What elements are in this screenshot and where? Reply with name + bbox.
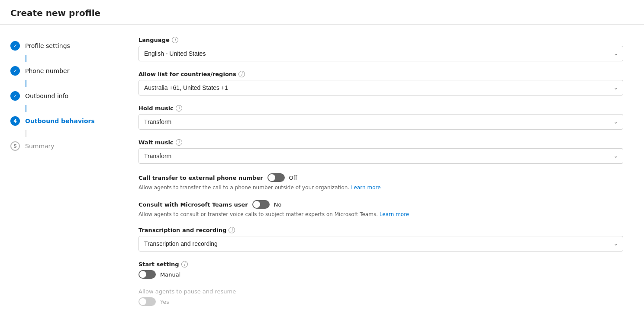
- checkmark-icon-2: ✓: [13, 68, 17, 74]
- sidebar-label-summary: Summary: [25, 143, 55, 150]
- sidebar-label-outbound-behaviors: Outbound behaviors: [25, 118, 95, 124]
- checkmark-icon: ✓: [13, 43, 17, 49]
- step-circle-outbound-info: ✓: [10, 91, 20, 101]
- sidebar-item-summary[interactable]: 5 Summary: [10, 137, 121, 155]
- page-title: Create new profile: [10, 8, 634, 18]
- start-setting-value: Manual: [160, 271, 180, 278]
- wait-music-info-icon[interactable]: i: [176, 139, 182, 146]
- hold-music-label: Hold music i: [138, 105, 627, 111]
- allow-list-select[interactable]: Australia +61, United States +1: [138, 80, 623, 96]
- hold-music-select[interactable]: Transform Default None: [138, 114, 623, 130]
- start-setting-group: Start setting i Manual: [138, 261, 627, 279]
- allow-list-info-icon[interactable]: i: [238, 71, 245, 77]
- hold-music-select-wrapper: Transform Default None ⌄: [138, 114, 623, 130]
- language-info-icon[interactable]: i: [172, 37, 178, 43]
- sidebar-item-phone-number[interactable]: ✓ Phone number: [10, 62, 121, 80]
- connector-2: [26, 80, 26, 87]
- sidebar: ✓ Profile settings ✓ Phone number ✓ Outb…: [0, 25, 121, 312]
- start-setting-label: Start setting i: [138, 261, 627, 267]
- sidebar-item-outbound-info[interactable]: ✓ Outbound info: [10, 87, 121, 105]
- call-transfer-learn-more-link[interactable]: Learn more: [351, 185, 380, 191]
- layout: ✓ Profile settings ✓ Phone number ✓ Outb…: [0, 25, 644, 312]
- allow-pause-toggle-row: Yes: [138, 297, 627, 306]
- start-setting-slider: [138, 270, 156, 279]
- consult-teams-slider: [252, 200, 270, 209]
- allow-list-group: Allow list for countries/regions i Austr…: [138, 71, 627, 96]
- language-group: Language i English - United States Engli…: [138, 37, 627, 61]
- wait-music-select-wrapper: Transform Default None ⌄: [138, 148, 623, 164]
- consult-teams-helper: Allow agents to consult or transfer voic…: [138, 211, 485, 217]
- allow-pause-slider: [138, 297, 156, 306]
- call-transfer-toggle-row: Call transfer to external phone number O…: [138, 173, 627, 182]
- sidebar-label-phone-number: Phone number: [25, 67, 69, 74]
- step-circle-summary: 5: [10, 141, 20, 151]
- consult-teams-toggle-row: Consult with Microsoft Teams user No: [138, 200, 627, 209]
- sidebar-label-outbound-info: Outbound info: [25, 92, 68, 99]
- transcription-select-wrapper: Transcription and recording Transcriptio…: [138, 236, 623, 252]
- transcription-group: Transcription and recording i Transcript…: [138, 227, 627, 252]
- call-transfer-state: Off: [289, 175, 297, 181]
- language-select[interactable]: English - United States English - UK Fre…: [138, 46, 623, 61]
- consult-teams-state: No: [274, 201, 282, 208]
- page-header: Create new profile: [0, 0, 644, 25]
- allow-pause-label: Allow agents to pause and resume: [138, 288, 485, 295]
- start-setting-toggle-row: Manual: [138, 270, 627, 279]
- allow-list-label: Allow list for countries/regions i: [138, 71, 627, 77]
- connector-3: [26, 105, 26, 112]
- wait-music-label: Wait music i: [138, 139, 627, 146]
- step-circle-outbound-behaviors: 4: [10, 116, 20, 126]
- hold-music-info-icon[interactable]: i: [176, 105, 182, 111]
- step-number-5: 5: [13, 143, 17, 149]
- main-content: Language i English - United States Engli…: [121, 25, 644, 312]
- call-transfer-slider: [267, 173, 285, 182]
- allow-pause-toggle[interactable]: [138, 297, 156, 306]
- start-setting-toggle[interactable]: [138, 270, 156, 279]
- call-transfer-helper: Allow agents to transfer the call to a p…: [138, 185, 485, 191]
- call-transfer-group: Call transfer to external phone number O…: [138, 173, 627, 191]
- start-setting-info-icon[interactable]: i: [181, 261, 188, 267]
- allow-list-select-wrapper: Australia +61, United States +1 ⌄: [138, 80, 623, 96]
- call-transfer-label: Call transfer to external phone number: [138, 175, 263, 181]
- transcription-label: Transcription and recording i: [138, 227, 627, 233]
- language-label: Language i: [138, 37, 627, 43]
- transcription-info-icon[interactable]: i: [229, 227, 235, 233]
- sidebar-item-outbound-behaviors[interactable]: 4 Outbound behaviors: [10, 112, 121, 130]
- connector-1: [26, 55, 26, 62]
- connector-4: [26, 130, 26, 137]
- transcription-select[interactable]: Transcription and recording Transcriptio…: [138, 236, 623, 252]
- allow-pause-value: Yes: [160, 299, 169, 305]
- consult-teams-learn-more-link[interactable]: Learn more: [380, 211, 409, 217]
- step-circle-profile-settings: ✓: [10, 41, 20, 51]
- wait-music-group: Wait music i Transform Default None ⌄: [138, 139, 627, 164]
- language-select-wrapper: English - United States English - UK Fre…: [138, 46, 623, 61]
- hold-music-group: Hold music i Transform Default None ⌄: [138, 105, 627, 130]
- call-transfer-toggle[interactable]: [267, 173, 285, 182]
- checkmark-icon-3: ✓: [13, 93, 17, 99]
- consult-teams-label: Consult with Microsoft Teams user: [138, 201, 248, 208]
- sidebar-item-profile-settings[interactable]: ✓ Profile settings: [10, 37, 121, 55]
- consult-teams-toggle[interactable]: [252, 200, 270, 209]
- wait-music-select[interactable]: Transform Default None: [138, 148, 623, 164]
- consult-teams-group: Consult with Microsoft Teams user No All…: [138, 200, 627, 217]
- sidebar-label-profile-settings: Profile settings: [25, 42, 70, 49]
- step-circle-phone-number: ✓: [10, 66, 20, 76]
- allow-pause-group: Allow agents to pause and resume Yes: [138, 288, 627, 306]
- step-number-4: 4: [13, 118, 17, 124]
